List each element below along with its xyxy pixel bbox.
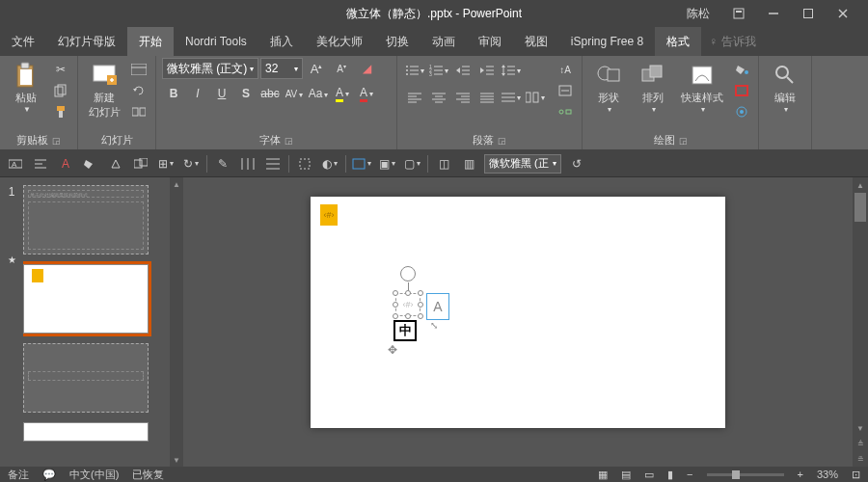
clear-format-button[interactable]: ◢ (355, 58, 378, 79)
status-comments-icon[interactable]: 💬 (42, 469, 56, 481)
qat-textbox-icon[interactable]: A (6, 154, 25, 174)
qat-rotate-icon[interactable]: ↻▾ (181, 154, 201, 174)
layout-button[interactable] (128, 60, 149, 79)
line-spacing-button[interactable]: ▾ (500, 60, 523, 81)
scroll-down-icon[interactable]: ▼ (170, 453, 183, 467)
tab-review[interactable]: 审阅 (467, 27, 513, 56)
next-slide-icon[interactable]: ≞ (853, 451, 868, 467)
rotate-handle-icon[interactable] (400, 266, 416, 281)
tab-view[interactable]: 视图 (513, 27, 559, 56)
numbering-button[interactable]: 123▾ (427, 60, 450, 81)
justify-button[interactable] (475, 87, 499, 108)
editing-button[interactable]: 编辑▾ (765, 58, 805, 118)
slide-canvas[interactable]: ‹#› ‹#› A ⤡ 中 ✥ (311, 197, 725, 428)
view-sorter-icon[interactable]: ▤ (621, 469, 631, 481)
minimize-button[interactable] (756, 2, 791, 25)
qat-arrange-icon[interactable]: ⊞▾ (156, 154, 176, 174)
launcher-icon[interactable]: ◲ (52, 136, 61, 146)
zoom-in-button[interactable]: + (798, 469, 803, 480)
scroll-up-icon[interactable]: ▲ (853, 177, 868, 193)
qat-distribute-v-icon[interactable] (263, 154, 283, 174)
cut-button[interactable]: ✂ (50, 60, 71, 79)
qat-merge-icon[interactable]: ◐▾ (320, 154, 339, 174)
qat-eyedropper-icon[interactable]: ✎ (213, 154, 232, 174)
align-right-button[interactable] (451, 87, 475, 108)
format-painter-button[interactable] (50, 102, 71, 121)
qat-fill-icon[interactable] (81, 154, 100, 174)
zoom-out-button[interactable]: − (687, 469, 692, 480)
qat-ungroup-icon[interactable]: ▥ (459, 154, 478, 174)
shrink-font-button[interactable]: A▾ (330, 58, 353, 79)
shape-outline-button[interactable] (731, 81, 752, 100)
arrange-button[interactable]: 排列▾ (633, 58, 673, 118)
selected-placeholder[interactable]: ‹#› A ⤡ 中 ✥ (395, 293, 420, 316)
bullets-button[interactable]: ▾ (403, 60, 426, 81)
editor-scrollbar[interactable]: ▲ ▼ ≜ ≞ (853, 177, 868, 467)
paste-button[interactable]: 粘贴 ▼ (6, 58, 46, 118)
status-notes[interactable]: 备注 (8, 468, 29, 482)
qat-font-a-icon[interactable]: A (56, 154, 75, 174)
ribbon-options-icon[interactable] (721, 2, 756, 25)
shape-fill-button[interactable] (731, 60, 752, 79)
thumbnail-layout-2[interactable] (23, 264, 149, 334)
strike-button[interactable]: abc (258, 83, 282, 104)
tab-beautify[interactable]: 美化大师 (305, 27, 374, 56)
shape-effects-button[interactable] (731, 102, 752, 121)
font-size-select[interactable]: 32▾ (260, 58, 303, 79)
launcher-icon[interactable]: ◲ (679, 136, 688, 146)
case-button[interactable]: Aa▾ (307, 83, 330, 104)
close-button[interactable] (826, 2, 860, 25)
fit-window-icon[interactable]: ⊡ (852, 469, 860, 481)
view-slideshow-icon[interactable]: ▮ (667, 469, 673, 481)
smartart-button[interactable] (555, 102, 576, 121)
bold-button[interactable]: B (162, 83, 185, 104)
scroll-up-icon[interactable]: ▲ (170, 177, 183, 191)
qat-shape-icon[interactable] (106, 154, 125, 174)
underline-button[interactable]: U (210, 83, 233, 104)
tab-nordri[interactable]: Nordri Tools (174, 27, 258, 56)
tab-animation[interactable]: 动画 (420, 27, 467, 56)
tab-format[interactable]: 格式 (655, 27, 701, 56)
distribute-button[interactable]: ▾ (500, 87, 523, 108)
quick-styles-button[interactable]: 快速样式▾ (677, 58, 727, 118)
thumbnail-layout-3[interactable] (23, 343, 149, 413)
text-edit-box[interactable]: A (426, 293, 449, 320)
qat-font-select[interactable]: 微软雅黑 (正▾ (484, 154, 561, 174)
spacing-button[interactable]: AV▾ (283, 83, 306, 104)
italic-button[interactable]: I (186, 83, 209, 104)
font-name-select[interactable]: 微软雅黑 (正文)▾ (162, 58, 258, 79)
outdent-button[interactable] (451, 60, 475, 81)
tab-ispring[interactable]: iSpring Free 8 (559, 27, 655, 56)
view-reading-icon[interactable]: ▭ (644, 469, 654, 481)
prev-slide-icon[interactable]: ≜ (853, 436, 868, 451)
qat-outline-color-icon[interactable]: ▾ (352, 154, 371, 174)
grow-font-button[interactable]: A▴ (305, 58, 328, 79)
qat-distribute-h-icon[interactable] (238, 154, 258, 174)
text-direction-button[interactable]: ↕A (555, 60, 576, 79)
indent-button[interactable] (475, 60, 499, 81)
align-left-button[interactable] (403, 87, 426, 108)
user-name[interactable]: 陈松 (687, 6, 710, 22)
qat-send-back-icon[interactable]: ▢▾ (402, 154, 421, 174)
qat-reset-icon[interactable]: ↺ (567, 154, 586, 174)
zoom-slider[interactable] (707, 473, 784, 476)
scroll-down-icon[interactable]: ▼ (853, 420, 868, 436)
section-button[interactable] (128, 102, 149, 121)
align-center-button[interactable] (427, 87, 450, 108)
tab-home[interactable]: 开始 (127, 27, 174, 56)
resize-handle-icon[interactable]: ⤡ (430, 320, 438, 331)
highlight-button[interactable]: A▾ (331, 83, 354, 104)
thumbnail-layout-1[interactable]: 单击此处编辑母版标题样式 (23, 185, 149, 254)
font-color-button[interactable]: A▾ (355, 83, 378, 104)
qat-combine-icon[interactable]: ◫ (434, 154, 453, 174)
align-text-button[interactable] (555, 81, 576, 100)
qat-bring-front-icon[interactable]: ▣▾ (377, 154, 396, 174)
qat-select-icon[interactable] (295, 154, 314, 174)
launcher-icon[interactable]: ◲ (498, 136, 506, 146)
new-slide-button[interactable]: 新建 幻灯片 (84, 58, 124, 123)
tab-file[interactable]: 文件 (0, 27, 46, 56)
thumbnail-scrollbar[interactable]: ▲ ▼ (170, 177, 183, 467)
scroll-thumb[interactable] (854, 193, 866, 222)
columns-button[interactable]: ▾ (524, 87, 547, 108)
copy-button[interactable] (50, 81, 71, 100)
